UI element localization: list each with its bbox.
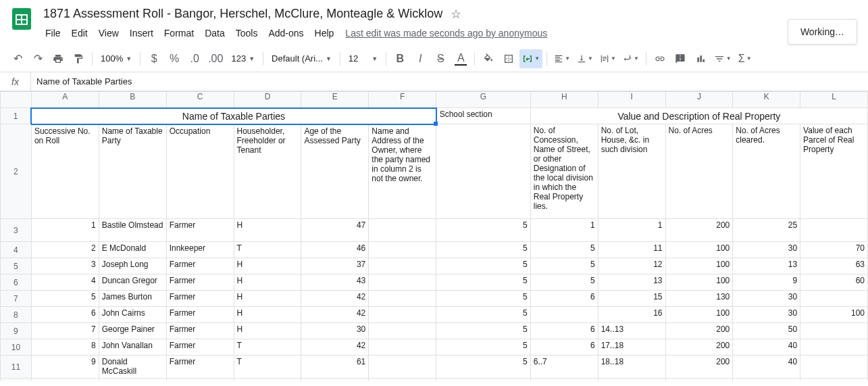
col-header-F[interactable]: F [369, 92, 436, 108]
undo-button[interactable]: ↶ [8, 49, 27, 68]
cell-B3[interactable]: Bastile Olmstead [99, 219, 166, 242]
cell-F10[interactable] [369, 339, 436, 356]
menu-format[interactable]: Format [159, 25, 199, 41]
cell-F6[interactable] [369, 274, 436, 291]
cell-I4[interactable]: 11 [598, 242, 665, 258]
cell-A9[interactable]: 7 [31, 323, 99, 339]
insert-comment-button[interactable] [671, 49, 690, 68]
cell-H6[interactable]: 5 [530, 274, 598, 291]
row-header-10[interactable]: 10 [1, 339, 32, 356]
cell-D3[interactable]: H [234, 219, 301, 242]
row-header-12[interactable]: 12 [1, 379, 32, 382]
cell-H2[interactable]: No. of Concession, Name of Street, or ot… [530, 124, 598, 219]
cell-C5[interactable]: Farmer [166, 258, 234, 274]
cell-A12[interactable]: 10 [31, 379, 99, 382]
cell-A8[interactable]: 6 [31, 307, 99, 323]
cell-C2[interactable]: Occupation [166, 124, 234, 219]
paint-format-button[interactable] [69, 49, 88, 68]
row-header-5[interactable]: 5 [1, 258, 32, 274]
cell-I10[interactable]: 17..18 [598, 339, 665, 356]
cell-G12[interactable] [436, 379, 531, 382]
cell-E9[interactable]: 30 [301, 323, 369, 339]
cell-C11[interactable]: Farmer [166, 356, 234, 379]
cell-B7[interactable]: James Burton [99, 291, 166, 307]
cell-E6[interactable]: 43 [301, 274, 369, 291]
insert-chart-button[interactable] [691, 49, 710, 68]
cell-E12[interactable]: 61 [301, 379, 369, 382]
cell-E4[interactable]: 46 [301, 242, 369, 258]
cell-H9[interactable]: 6 [530, 323, 598, 339]
currency-button[interactable]: $ [145, 49, 163, 68]
col-header-D[interactable]: D [234, 92, 301, 108]
insert-link-button[interactable] [650, 49, 669, 68]
cell-J3[interactable]: 200 [665, 219, 733, 242]
cell-D10[interactable]: T [234, 339, 301, 356]
cell-C3[interactable]: Farmer [166, 219, 234, 242]
cell-G2[interactable] [436, 124, 531, 219]
cell-G1[interactable]: School section [436, 108, 531, 124]
cell-D12[interactable]: H [234, 379, 301, 382]
cell-B11[interactable]: Donald McCaskill [99, 356, 166, 379]
row-header-11[interactable]: 11 [1, 356, 32, 379]
filter-button[interactable]: ▼ [711, 49, 734, 68]
cell-L7[interactable] [800, 291, 868, 307]
cell-E8[interactable]: 42 [301, 307, 369, 323]
cell-L5[interactable]: 63 [800, 258, 868, 274]
col-header-K[interactable]: K [733, 92, 800, 108]
text-color-button[interactable]: A [451, 49, 470, 68]
cell-K5[interactable]: 13 [733, 258, 800, 274]
cell-F7[interactable] [369, 291, 436, 307]
row-header-2[interactable]: 2 [1, 124, 32, 219]
functions-button[interactable]: Σ▼ [736, 49, 755, 68]
menu-help[interactable]: Help [310, 25, 339, 41]
row-header-7[interactable]: 7 [1, 291, 32, 307]
cell-B6[interactable]: Duncan Gregor [99, 274, 166, 291]
cell-J8[interactable]: 100 [665, 307, 733, 323]
cell-A5[interactable]: 3 [31, 258, 99, 274]
cell-H7[interactable]: 6 [530, 291, 598, 307]
cell-G10[interactable]: 5 [436, 339, 531, 356]
cell-F4[interactable] [369, 242, 436, 258]
cell-G3[interactable]: 5 [436, 219, 531, 242]
cell-F8[interactable] [369, 307, 436, 323]
cell-C9[interactable]: Farmer [166, 323, 234, 339]
cell-L10[interactable] [800, 339, 868, 356]
cell-K4[interactable]: 30 [733, 242, 800, 258]
row-header-9[interactable]: 9 [1, 323, 32, 339]
cell-I9[interactable]: 14..13 [598, 323, 665, 339]
cell-H10[interactable]: 6 [530, 339, 598, 356]
menu-file[interactable]: File [41, 25, 66, 41]
increase-decimal-button[interactable]: .00 [205, 49, 226, 68]
cell-F3[interactable] [369, 219, 436, 242]
cell-A1[interactable]: Name of Taxable Parties [31, 108, 436, 124]
spreadsheet-grid[interactable]: ABCDEFGHIJKL1Name of Taxable PartiesScho… [0, 91, 868, 381]
cell-I6[interactable]: 13 [598, 274, 665, 291]
row-header-8[interactable]: 8 [1, 307, 32, 323]
cell-J4[interactable]: 100 [665, 242, 733, 258]
cell-G6[interactable]: 5 [436, 274, 531, 291]
cell-A10[interactable]: 8 [31, 339, 99, 356]
redo-button[interactable]: ↷ [28, 49, 47, 68]
col-header-B[interactable]: B [99, 92, 166, 108]
cell-H1[interactable]: Value and Description of Real Property [530, 108, 867, 124]
cell-K9[interactable]: 50 [733, 323, 800, 339]
cell-D5[interactable]: H [234, 258, 301, 274]
cell-C4[interactable]: Innkeeper [166, 242, 234, 258]
bold-button[interactable]: B [390, 49, 409, 68]
cell-A6[interactable]: 4 [31, 274, 99, 291]
star-icon[interactable]: ☆ [451, 7, 461, 22]
cell-D8[interactable]: H [234, 307, 301, 323]
decrease-decimal-button[interactable]: .0 [185, 49, 204, 68]
cell-J6[interactable]: 100 [665, 274, 733, 291]
text-wrap-button[interactable]: ▼ [597, 49, 619, 68]
cell-F9[interactable] [369, 323, 436, 339]
cell-L3[interactable] [800, 219, 868, 242]
cell-J5[interactable]: 100 [665, 258, 733, 274]
cell-G4[interactable]: 5 [436, 242, 531, 258]
cell-B8[interactable]: John Cairns [99, 307, 166, 323]
cell-K3[interactable]: 25 [733, 219, 800, 242]
cell-K7[interactable]: 30 [733, 291, 800, 307]
col-header-J[interactable]: J [665, 92, 733, 108]
fill-color-button[interactable] [479, 49, 498, 68]
vertical-align-button[interactable]: ▼ [574, 49, 596, 68]
